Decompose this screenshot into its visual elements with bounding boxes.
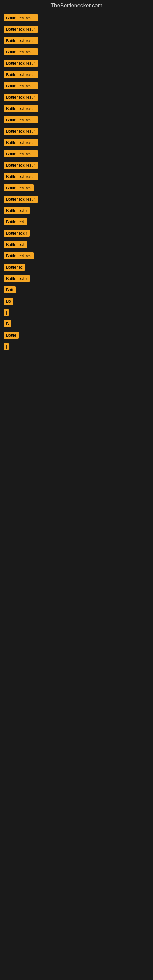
list-item: | — [1, 341, 152, 352]
list-item: Bottleneck result — [1, 46, 152, 57]
bottom-spacer — [0, 353, 153, 414]
bottleneck-badge[interactable]: Bottleneck result — [4, 128, 38, 135]
list-item: Bottleneck res — [1, 183, 152, 193]
list-item: Bottleneck result — [1, 81, 152, 91]
list-item: Bottleneck result — [1, 171, 152, 182]
bottleneck-badge[interactable]: Bottle — [4, 332, 19, 339]
bottleneck-badge[interactable]: Bottleneck result — [4, 162, 38, 169]
bottleneck-badge[interactable]: Bottleneck result — [4, 71, 38, 78]
bottleneck-badge[interactable]: Bottleneck result — [4, 116, 38, 123]
bottleneck-badge[interactable]: Bottleneck result — [4, 150, 38, 158]
bottleneck-badge[interactable]: Bottleneck result — [4, 37, 38, 44]
bottleneck-badge[interactable]: Bottleneck result — [4, 83, 38, 89]
bottleneck-badge[interactable]: Bottleneck result — [4, 14, 38, 21]
list-item: Bottleneck result — [1, 115, 152, 125]
bottleneck-badge[interactable]: Bottleneck res — [4, 252, 33, 259]
list-item: Bottleneck result — [1, 13, 152, 23]
list-item: Bottleneck result — [1, 137, 152, 148]
list-item: Bottleneck — [1, 216, 152, 227]
list-item: Bottleneck r — [1, 228, 152, 239]
bottleneck-list: Bottleneck result Bottleneck result Bott… — [0, 13, 153, 352]
bottleneck-badge[interactable]: Bottleneck — [4, 218, 27, 225]
bottleneck-badge[interactable]: Bo — [4, 298, 13, 305]
list-item: Bottleneck res — [1, 250, 152, 261]
list-item: Bottleneck r — [1, 273, 152, 284]
bottleneck-badge[interactable]: Bottleneck r — [4, 230, 30, 237]
list-item: Bottleneck result — [1, 148, 152, 159]
list-item: Bottlenec — [1, 262, 152, 272]
bottleneck-badge[interactable]: B — [4, 320, 11, 328]
list-item: Bottleneck result — [1, 69, 152, 80]
bottleneck-badge[interactable]: Bottleneck r — [4, 275, 30, 282]
list-item: Bo — [1, 296, 152, 307]
list-item: | — [1, 307, 152, 318]
list-item: Bottleneck result — [1, 92, 152, 103]
list-item: Bottleneck result — [1, 103, 152, 114]
bottleneck-badge[interactable]: Bottleneck result — [4, 105, 38, 112]
list-item: Bott — [1, 285, 152, 295]
bottleneck-badge[interactable]: Bottleneck result — [4, 94, 38, 101]
bottleneck-badge[interactable]: | — [4, 343, 9, 350]
bottleneck-badge[interactable]: Bottleneck res — [4, 185, 33, 191]
list-item: Bottleneck result — [1, 160, 152, 170]
bottleneck-badge[interactable]: Bottleneck result — [4, 173, 38, 180]
list-item: Bottleneck result — [1, 126, 152, 137]
site-title-text: TheBottlenecker.com — [51, 2, 102, 9]
list-item: B — [1, 318, 152, 329]
bottleneck-badge[interactable]: Bottleneck — [4, 241, 27, 248]
list-item: Bottleneck r — [1, 205, 152, 216]
bottleneck-badge[interactable]: Bottlenec — [4, 264, 25, 271]
list-item: Bottleneck — [1, 239, 152, 250]
bottleneck-badge[interactable]: Bottleneck result — [4, 196, 38, 203]
site-title: TheBottlenecker.com — [0, 0, 153, 13]
list-item: Bottleneck result — [1, 194, 152, 205]
bottleneck-badge[interactable]: Bottleneck result — [4, 26, 38, 33]
list-item: Bottleneck result — [1, 24, 152, 35]
bottleneck-badge[interactable]: Bott — [4, 286, 16, 293]
bottleneck-badge[interactable]: Bottleneck r — [4, 207, 30, 214]
bottleneck-badge[interactable]: Bottleneck result — [4, 48, 38, 56]
bottleneck-badge[interactable]: Bottleneck result — [4, 60, 38, 67]
list-item: Bottleneck result — [1, 58, 152, 68]
bottleneck-badge[interactable]: Bottleneck result — [4, 139, 38, 146]
bottleneck-badge[interactable]: | — [4, 309, 9, 316]
list-item: Bottle — [1, 330, 152, 340]
list-item: Bottleneck result — [1, 35, 152, 46]
